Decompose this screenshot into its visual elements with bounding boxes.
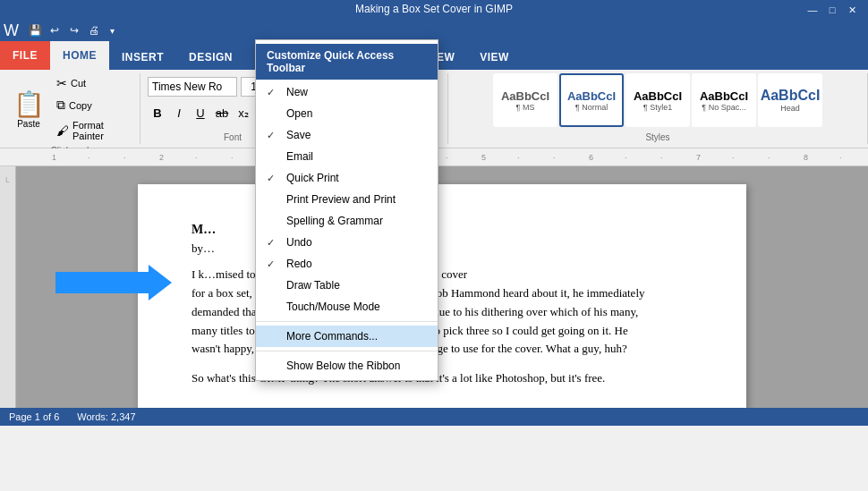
dropdown-item-email[interactable]: Email xyxy=(256,146,438,167)
page-info: Page 1 of 6 xyxy=(9,411,59,422)
checkmark-icon: ✓ xyxy=(267,258,279,270)
minimize-button[interactable]: — xyxy=(804,3,821,17)
paste-button[interactable]: 📋 Paste xyxy=(7,81,50,137)
strikethrough-button[interactable]: ab xyxy=(212,103,232,123)
tab-home[interactable]: HOME xyxy=(50,41,109,70)
dropdown-separator-2 xyxy=(256,351,438,351)
paste-icon: 📋 xyxy=(13,89,45,119)
font-family-input[interactable] xyxy=(148,77,237,97)
style-card-heading1[interactable]: AaBbCcI Head xyxy=(758,73,822,127)
qat-undo-button[interactable]: ↩ xyxy=(46,21,64,39)
dropdown-item-more-commands-[interactable]: More Commands... xyxy=(256,326,438,347)
dropdown-item-label: More Commands... xyxy=(286,330,378,343)
checkmark-icon: ✓ xyxy=(267,173,279,184)
dropdown-item-undo[interactable]: ✓Undo xyxy=(256,232,438,253)
checkmark-icon: ✓ xyxy=(267,130,279,141)
word-count: Words: 2,347 xyxy=(77,411,135,422)
dropdown-item-label: Touch/Mouse Mode xyxy=(286,301,380,313)
title-bar: Making a Box Set Cover in GIMP — □ ✕ xyxy=(0,0,868,20)
dropdown-item-label: Draw Table xyxy=(286,279,340,292)
dropdown-item-new[interactable]: ✓New xyxy=(256,81,438,103)
dropdown-item-label: Save xyxy=(286,129,311,141)
qat-print-button[interactable]: 🖨 xyxy=(85,21,103,39)
close-button[interactable]: ✕ xyxy=(843,3,861,17)
dropdown-item-label: Spelling & Grammar xyxy=(286,215,383,227)
subscript-button[interactable]: x₂ xyxy=(234,103,253,123)
dropdown-item-label: Quick Print xyxy=(286,172,339,184)
dropdown-item-show-below-the-ribbon[interactable]: Show Below the Ribbon xyxy=(256,355,438,377)
blue-arrow-container xyxy=(55,265,172,301)
dropdown-item-open[interactable]: Open xyxy=(256,103,438,124)
dropdown-item-label: Email xyxy=(286,150,313,163)
clipboard-group: 📋 Paste ✂ Cut ⧉ Copy 🖌 Format Painter Cl… xyxy=(0,73,140,144)
tab-design[interactable]: DESIGN xyxy=(176,45,245,70)
dropdown-item-draw-table[interactable]: Draw Table xyxy=(256,275,438,296)
dropdown-item-touch-mouse-mode[interactable]: Touch/Mouse Mode xyxy=(256,296,438,317)
qat-dropdown-button[interactable]: ▾ xyxy=(105,21,119,39)
style-card-style1[interactable]: AaBbCcI ¶ Style1 xyxy=(625,73,690,127)
bold-button[interactable]: B xyxy=(148,103,167,123)
quick-access-toolbar: W 💾 ↩ ↪ 🖨 ▾ Customize Quick Access Toolb… xyxy=(0,20,868,41)
dropdown-item-spelling-grammar[interactable]: Spelling & Grammar xyxy=(256,210,438,232)
style-card-normal[interactable]: AaBbCcI ¶ Normal xyxy=(559,73,624,127)
tab-file[interactable]: FILE xyxy=(0,41,50,70)
dropdown-item-label: Undo xyxy=(286,236,312,249)
dropdown-separator xyxy=(256,321,438,322)
styles-group: AaBbCcI ¶ MS AaBbCcI ¶ Normal AaBbCcI ¶ … xyxy=(448,73,868,144)
dropdown-item-label: Open xyxy=(286,107,312,120)
qat-save-button[interactable]: 💾 xyxy=(26,21,44,39)
italic-button[interactable]: I xyxy=(169,103,189,123)
dropdown-item-save[interactable]: ✓Save xyxy=(256,124,438,146)
dropdown-item-label: Redo xyxy=(286,258,312,270)
checkmark-icon: ✓ xyxy=(267,237,279,249)
status-bar: Page 1 of 6 Words: 2,347 xyxy=(0,408,868,426)
margin-bar: L xyxy=(0,166,16,408)
style-card-no-spacing[interactable]: AaBbCcI ¶ No Spac... xyxy=(692,73,756,127)
tab-insert[interactable]: INSERT xyxy=(109,45,176,70)
font-group-label: Font xyxy=(224,131,242,144)
underline-button[interactable]: U xyxy=(191,103,210,123)
styles-group-label: Styles xyxy=(645,131,669,144)
dropdown-header: Customize Quick Access Toolbar xyxy=(256,44,438,80)
dropdown-item-label: Show Below the Ribbon xyxy=(286,360,400,372)
blue-arrow-icon xyxy=(55,265,172,301)
style-card-ms[interactable]: AaBbCcI ¶ MS xyxy=(493,73,557,127)
ruler-line: 1 · · 2 · · 3 · · 4 · · 5 · · 6 · · 7 · … xyxy=(16,148,868,166)
customize-qat-menu: Customize Quick Access Toolbar ✓NewOpen✓… xyxy=(255,39,438,381)
dropdown-item-label: Print Preview and Print xyxy=(286,193,396,206)
copy-icon: ⧉ xyxy=(56,97,65,113)
format-painter-button[interactable]: 🖌 Format Painter xyxy=(52,117,132,144)
dropdown-item-print-preview-and-print[interactable]: Print Preview and Print xyxy=(256,189,438,210)
format-painter-icon: 🖌 xyxy=(56,123,69,138)
word-logo-icon: W xyxy=(4,21,19,40)
window-title: Making a Box Set Cover in GIMP xyxy=(355,3,513,15)
cut-icon: ✂ xyxy=(56,76,67,90)
style-cards: AaBbCcI ¶ MS AaBbCcI ¶ Normal AaBbCcI ¶ … xyxy=(493,73,822,127)
dropdown-item-redo[interactable]: ✓Redo xyxy=(256,253,438,275)
dropdown-item-label: New xyxy=(286,86,308,98)
dropdown-item-quick-print[interactable]: ✓Quick Print xyxy=(256,167,438,189)
window-controls: — □ ✕ xyxy=(804,3,861,17)
checkmark-icon: ✓ xyxy=(267,87,279,98)
tab-view[interactable]: VIEW xyxy=(467,45,522,70)
cut-button[interactable]: ✂ Cut xyxy=(52,73,132,93)
document-page: M… by… I k…mised to show y'all how to us… xyxy=(138,184,746,408)
copy-button[interactable]: ⧉ Copy xyxy=(52,95,132,115)
maximize-button[interactable]: □ xyxy=(823,3,841,17)
qat-redo-button[interactable]: ↪ xyxy=(65,21,83,39)
